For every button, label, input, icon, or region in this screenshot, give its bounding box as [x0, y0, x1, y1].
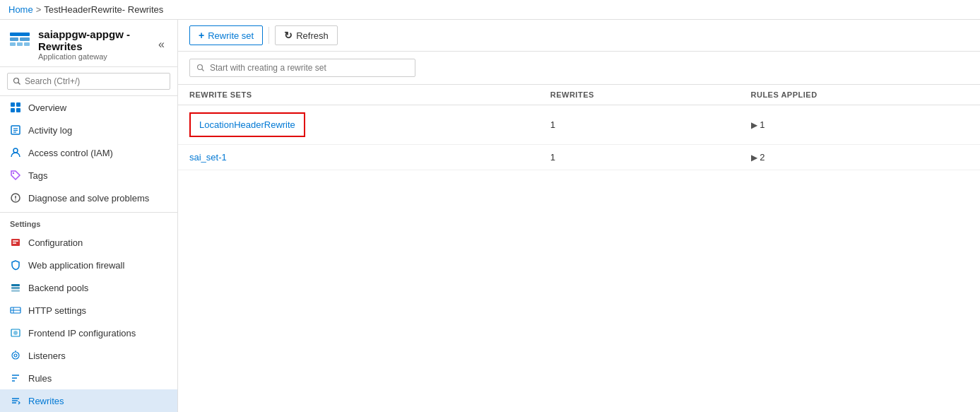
svg-rect-10 — [16, 108, 20, 112]
svg-rect-9 — [11, 108, 15, 112]
breadcrumb-resource: TestHeaderRewrite- Rewrites — [44, 4, 163, 15]
breadcrumb-sep1: > — [36, 4, 42, 15]
sidebar-item-diagnose[interactable]: Diagnose and solve problems — [0, 187, 177, 209]
row2-rules-cell: ▶ 2 — [740, 145, 981, 170]
refresh-icon: ↻ — [284, 30, 293, 41]
svg-rect-3 — [20, 37, 30, 41]
activity-icon — [10, 124, 21, 136]
toolbar: + Rewrite set ↻ Refresh — [178, 20, 980, 52]
svg-rect-7 — [11, 102, 15, 107]
sidebar-item-backend-label: Backend pools — [28, 283, 88, 293]
sidebar-item-configuration[interactable]: Configuration — [0, 231, 177, 254]
row2-name-link[interactable]: sai_set-1 — [189, 152, 227, 163]
rules-icon — [10, 372, 21, 384]
svg-rect-8 — [16, 102, 20, 107]
sidebar-item-access-control[interactable]: Access control (IAM) — [0, 141, 177, 164]
tags-icon — [10, 170, 21, 181]
arrow-icon-2: ▶ — [751, 153, 757, 163]
sidebar-item-overview-label: Overview — [28, 102, 66, 113]
svg-point-15 — [13, 148, 18, 153]
svg-rect-5 — [17, 42, 23, 46]
http-icon — [10, 305, 21, 316]
sidebar-item-waf-label: Web application firewall — [28, 260, 124, 271]
sidebar-item-http-label: HTTP settings — [28, 305, 86, 316]
col-header-rules: RULES APPLIED — [740, 85, 981, 105]
sidebar-item-overview[interactable]: Overview — [0, 96, 177, 119]
row1-rewrites-cell: 1 — [539, 105, 740, 145]
sidebar-item-listeners[interactable]: Listeners — [0, 344, 177, 367]
app-gateway-icon — [8, 28, 31, 51]
row2-rules-value: 2 — [760, 152, 764, 163]
sidebar-title: saiappgw-appgw - Rewrites — [38, 28, 147, 52]
svg-rect-23 — [11, 284, 20, 286]
breadcrumb-home[interactable]: Home — [8, 4, 33, 15]
sidebar-item-rewrites[interactable]: Rewrites — [0, 389, 177, 412]
table-row: sai_set-1 1 ▶ 2 — [178, 145, 980, 170]
sidebar-title-block: saiappgw-appgw - Rewrites Application ga… — [38, 28, 147, 61]
sidebar-item-frontend-ip[interactable]: Frontend IP configurations — [0, 322, 177, 344]
rewrites-table: REWRITE SETS REWRITES RULES APPLIED Loca… — [178, 85, 980, 170]
diagnose-icon — [10, 192, 21, 204]
svg-point-31 — [12, 352, 19, 359]
sidebar-item-tags-label: Tags — [28, 170, 47, 181]
table-row: LocationHeaderRewrite 1 ▶ 1 — [178, 105, 980, 145]
sidebar-item-tags[interactable]: Tags — [0, 164, 177, 187]
sidebar-item-config-label: Configuration — [28, 237, 83, 248]
sidebar-item-rewrites-label: Rewrites — [28, 396, 64, 406]
col-header-name: REWRITE SETS — [178, 85, 539, 105]
svg-rect-1 — [10, 33, 30, 36]
svg-rect-21 — [13, 240, 18, 242]
row2-name-cell: sai_set-1 — [178, 145, 539, 170]
rewrites-icon — [10, 395, 21, 406]
main-content: + Rewrite set ↻ Refresh REWRITE SETS REW… — [178, 20, 980, 412]
svg-point-32 — [14, 354, 17, 357]
sidebar-item-activity-log-label: Activity log — [28, 125, 72, 136]
sidebar-item-waf[interactable]: Web application firewall — [0, 254, 177, 276]
plus-icon: + — [199, 30, 204, 41]
breadcrumb: Home > TestHeaderRewrite- Rewrites — [0, 0, 980, 20]
overview-icon — [10, 102, 21, 113]
svg-rect-22 — [13, 242, 16, 244]
config-icon — [10, 237, 21, 248]
refresh-button[interactable]: ↻ Refresh — [275, 25, 338, 45]
arrow-icon-1: ▶ — [751, 120, 757, 130]
refresh-label: Refresh — [296, 30, 329, 41]
sidebar-item-activity-log[interactable]: Activity log — [0, 119, 177, 141]
sidebar-item-listeners-label: Listeners — [28, 351, 66, 361]
filter-bar — [178, 52, 980, 85]
svg-rect-25 — [11, 290, 20, 292]
svg-rect-4 — [10, 42, 16, 46]
row1-rules-value: 1 — [760, 119, 764, 130]
waf-icon — [10, 259, 21, 271]
search-input[interactable] — [7, 73, 170, 90]
sidebar-item-rules-label: Rules — [28, 373, 52, 384]
sidebar-item-backend-pools[interactable]: Backend pools — [0, 276, 177, 299]
rewrite-set-label: Rewrite set — [208, 30, 254, 41]
sidebar-item-frontend-label: Frontend IP configurations — [28, 328, 136, 339]
rewrite-set-button[interactable]: + Rewrite set — [189, 25, 263, 45]
sidebar-item-rules[interactable]: Rules — [0, 367, 177, 389]
sidebar-item-access-label: Access control (IAM) — [28, 148, 113, 158]
svg-point-16 — [13, 172, 14, 174]
svg-rect-2 — [10, 37, 18, 41]
sidebar-collapse-button[interactable]: « — [154, 37, 169, 52]
svg-rect-6 — [24, 42, 30, 46]
frontend-icon — [10, 327, 21, 339]
sidebar-item-http-settings[interactable]: HTTP settings — [0, 299, 177, 322]
row1-name-cell: LocationHeaderRewrite — [178, 105, 539, 145]
listeners-icon — [10, 350, 21, 361]
sidebar: saiappgw-appgw - Rewrites Application ga… — [0, 20, 178, 412]
svg-rect-24 — [11, 287, 20, 289]
table-container: REWRITE SETS REWRITES RULES APPLIED Loca… — [178, 85, 980, 412]
row1-rules-cell: ▶ 1 — [740, 105, 981, 145]
sidebar-subtitle: Application gateway — [38, 52, 147, 61]
svg-point-19 — [15, 199, 16, 201]
svg-point-30 — [13, 331, 18, 335]
col-header-rewrites: REWRITES — [539, 85, 740, 105]
access-icon — [10, 147, 21, 158]
toolbar-divider — [268, 27, 269, 44]
filter-input[interactable] — [189, 59, 415, 77]
sidebar-header: saiappgw-appgw - Rewrites Application ga… — [0, 20, 177, 67]
row1-name-link[interactable]: LocationHeaderRewrite — [189, 112, 305, 137]
sidebar-item-diagnose-label: Diagnose and solve problems — [28, 193, 149, 204]
